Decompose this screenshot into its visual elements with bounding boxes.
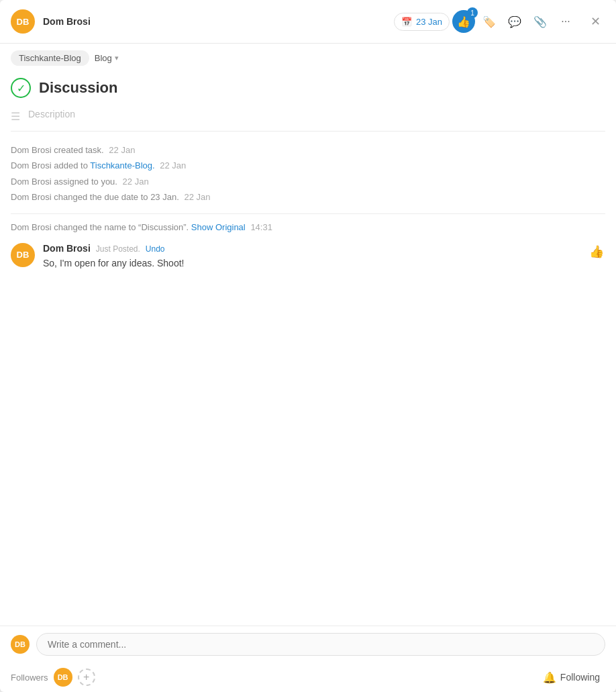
like-badge: 👍 1 [452,10,475,33]
modal-header: DB Dom Brosi 📅 23 Jan 👍 1 🏷️ [0,0,616,44]
assign-button[interactable]: 💬 [503,10,526,33]
description-input[interactable]: Description [28,109,75,119]
plus-icon: + [83,671,89,683]
followers-bar: Followers DB + 🔔 Following [0,662,616,692]
date-label: 23 Jan [416,17,442,27]
description-area: ☰ Description [0,106,616,128]
following-button[interactable]: 🔔 Following [537,669,605,687]
comment-author: Dom Brosi [43,243,91,254]
tischkante-link[interactable]: Tischkante-Blog. [90,160,154,170]
show-original-link[interactable]: Show Original [191,222,246,232]
bell-icon: 🔔 [543,671,556,684]
chevron-down-icon: ▾ [115,54,119,62]
task-title[interactable]: Discussion [39,79,117,97]
due-date-button[interactable]: 📅 23 Jan [394,13,450,31]
commenter-avatar: DB [11,243,35,267]
activity-section: Dom Brosi created task. 22 Jan Dom Brosi… [0,134,616,211]
followers-label: Followers [11,673,48,683]
comment-meta: Dom Brosi Just Posted. Undo [43,243,580,254]
header-actions: 📅 23 Jan 👍 1 🏷️ 💬 📎 [394,10,577,33]
comment-like-button[interactable]: 👍 [588,243,605,260]
close-button[interactable]: ✕ [585,11,605,32]
breadcrumb: Tischkante-Blog Blog ▾ [0,44,616,72]
checkmark-icon: ✓ [17,82,25,95]
activity-item-assigned: Dom Brosi assigned to you. 22 Jan [11,174,605,189]
undo-link[interactable]: Undo [146,244,165,254]
author-name: Dom Brosi [43,16,91,27]
breadcrumb-section[interactable]: Blog ▾ [95,53,119,63]
following-label: Following [560,672,600,683]
comment-composer: DB [0,626,616,662]
breadcrumb-project[interactable]: Tischkante-Blog [11,50,89,66]
content-spacer [0,276,616,626]
task-title-area: ✓ Discussion [0,72,616,106]
tag-button[interactable]: 🏷️ [478,10,501,33]
attach-button[interactable]: 📎 [529,10,552,33]
activity-item-created: Dom Brosi created task. 22 Jan [11,142,605,158]
more-options-button[interactable]: ··· [554,10,577,33]
comment-timestamp: Just Posted. [96,244,140,254]
comment-body: Dom Brosi Just Posted. Undo So, I'm open… [43,243,580,270]
author-avatar: DB [11,9,35,34]
close-icon: ✕ [591,14,601,29]
comment-area: DB Dom Brosi Just Posted. Undo So, I'm o… [0,238,616,276]
follower-avatar: DB [54,668,72,687]
like-count: 1 [467,7,478,18]
calendar-icon: 📅 [401,17,412,27]
activity-item-added: Dom Brosi added to Tischkante-Blog. 22 J… [11,158,605,173]
description-icon: ☰ [11,110,20,123]
divider-2 [11,213,605,214]
activity-item-due-date: Dom Brosi changed the due date to 23 Jan… [11,189,605,205]
composer-avatar: DB [11,635,30,654]
name-change-activity: Dom Brosi changed the name to “Discussio… [0,217,616,238]
breadcrumb-section-label: Blog [95,53,112,63]
divider-1 [11,131,605,132]
comment-text: So, I'm open for any ideas. Shoot! [43,256,580,270]
add-follower-button[interactable]: + [78,669,95,686]
comment-input[interactable] [36,633,605,656]
thumbs-up-icon: 👍 [589,245,604,258]
complete-button[interactable]: ✓ [11,78,31,98]
task-modal: DB Dom Brosi 📅 23 Jan 👍 1 🏷️ [0,0,616,692]
